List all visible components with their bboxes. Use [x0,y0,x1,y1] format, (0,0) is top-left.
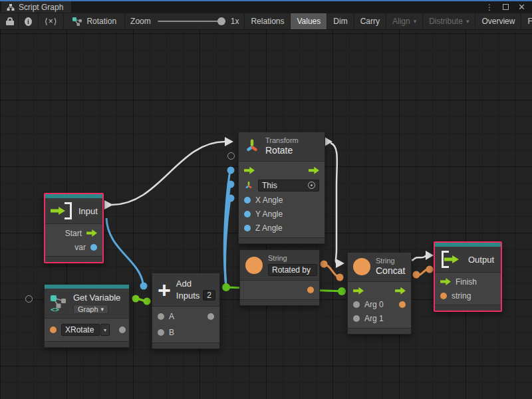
port-row-a: A [152,309,219,325]
port-label: Arg 1 [364,314,384,323]
value-in-port[interactable] [244,197,251,203]
wire-endpoint [144,298,151,305]
value-out-port[interactable] [207,313,214,320]
node-footer [240,299,319,305]
flow-in-port[interactable] [353,287,364,295]
port-row-x-angle: X Angle [239,194,325,207]
flow-out-port[interactable] [309,167,319,174]
value-in-port[interactable] [353,301,360,308]
node-footer [152,342,219,348]
node-string-concat[interactable]: String Concat Arg 0 Arg 1 [347,252,412,334]
port-label: B [169,328,174,337]
carry-button[interactable]: Carry [354,13,386,29]
node-header[interactable]: Transform Rotate [239,132,325,162]
node-header[interactable]: Input [45,198,102,224]
node-get-variable[interactable]: <> Get Variable Graph ▾ XRotate ▾ [44,284,130,348]
value-in-port[interactable] [353,315,360,322]
fullscreen-label: Full Screen [527,17,532,26]
string-value-field[interactable]: Rotated by [268,264,317,276]
tab-title: Script Graph [19,3,63,12]
node-string-literal[interactable]: String Rotated by [239,249,320,306]
transform-gizmo-icon [244,181,253,190]
variable-name-dropdown[interactable]: XRotate ▾ [61,324,110,336]
value-out-port[interactable] [90,244,97,251]
flow-in-port[interactable] [440,278,451,285]
wire-endpoint [413,271,420,279]
flow-out-port[interactable] [395,287,406,295]
zoom-slider-knob[interactable] [217,17,225,25]
value-in-port[interactable] [440,293,447,299]
align-button[interactable]: Align ▾ [386,13,423,29]
node-output-event[interactable]: Output Finish string [434,241,502,312]
wire-string-to-concat-arg0[interactable] [324,264,340,277]
flow-in-port[interactable] [244,167,255,174]
node-title: Rotate [265,145,299,157]
node-input-event[interactable]: Input Start var [44,193,104,263]
this-object-field[interactable]: This [258,180,319,192]
object-picker-icon[interactable] [308,182,315,189]
value-in-port[interactable] [158,329,164,336]
maximize-icon[interactable] [503,4,509,10]
menu-kebab-icon[interactable]: ⋮ [485,3,493,11]
variable-scope-dropdown[interactable]: Graph ▾ [73,305,108,314]
variable-name-value: XRotate [61,324,100,336]
node-add[interactable]: + Add Inputs 2 A B [152,273,220,349]
wire-add-to-yangle[interactable] [225,184,230,287]
node-footer [239,237,325,243]
port-row-string: string [435,289,501,303]
wire-add-to-xangle[interactable] [224,170,230,287]
port-row-z-angle: Z Angle [239,221,325,235]
info-icon: i [25,17,32,26]
value-out-port[interactable] [307,287,314,293]
value-in-port[interactable] [244,211,251,217]
node-header[interactable]: + Add Inputs 2 [152,273,219,307]
wire-start-to-rotate[interactable] [112,142,225,205]
wire-rotate-to-concat[interactable] [331,143,337,263]
port-row-flow [348,284,411,298]
port-label: X Angle [255,196,283,205]
wire-concat-to-output[interactable] [412,255,426,261]
chevron-down-icon: ▾ [414,18,417,25]
distribute-button[interactable]: Distribute ▾ [423,13,475,29]
port-row-arg1: Arg 1 [348,312,411,326]
port-label: var [74,243,86,252]
close-icon[interactable]: ✕ [518,3,525,11]
transform-gizmo-icon [244,138,260,154]
flow-out-port[interactable] [86,229,97,237]
edit-graph-button[interactable]: ⟨×⟩ [39,13,64,29]
values-button[interactable]: Values [291,13,327,29]
zoom-section: Zoom 1x [125,13,245,29]
wire-var-to-add-a[interactable] [106,218,143,283]
value-in-port[interactable] [158,313,164,320]
relations-button[interactable]: Relations [245,13,291,29]
lock-button[interactable] [0,13,19,29]
node-header[interactable]: <> Get Variable Graph ▾ [45,289,129,319]
overview-button[interactable]: Overview [475,13,521,29]
port-label: A [169,312,174,321]
overview-label: Overview [481,17,515,26]
value-in-port[interactable] [244,225,251,231]
port-row-b: B [152,325,219,340]
fullscreen-button[interactable]: Full Screen [521,13,532,29]
value-out-port[interactable] [119,327,126,333]
node-header[interactable]: String Rotated by [240,250,319,281]
dim-button[interactable]: Dim [327,13,354,29]
output-event-icon [440,251,463,268]
wire-add-to-zangle[interactable] [225,198,230,287]
node-footer [435,305,501,311]
value-in-port[interactable] [50,327,57,333]
info-button[interactable]: i [19,13,39,29]
tab-script-graph[interactable]: Script Graph [1,1,71,13]
wire-concat-to-output-string[interactable] [416,269,430,275]
node-header[interactable]: String Concat [348,253,411,282]
inputs-count-stepper[interactable]: 2 [203,290,215,301]
zoom-slider[interactable] [158,21,224,22]
variable-icon: <> [50,295,68,313]
node-header[interactable]: Output [435,247,501,273]
value-out-port[interactable] [399,301,406,308]
wire-getvar-to-add-b[interactable] [136,299,147,301]
graph-canvas[interactable]: Input Start var <> Get Va [0,30,532,399]
node-transform-rotate[interactable]: Transform Rotate This [238,132,325,244]
wire-endpoint [132,295,140,303]
node-title: Get Variable [73,293,120,303]
